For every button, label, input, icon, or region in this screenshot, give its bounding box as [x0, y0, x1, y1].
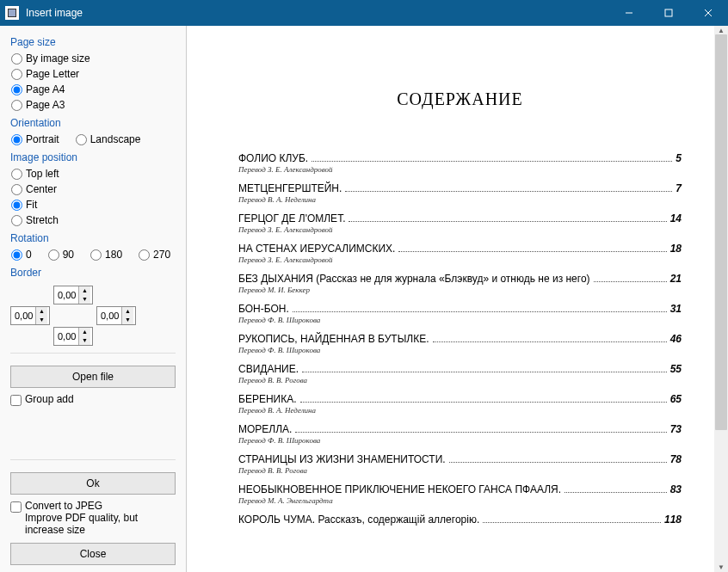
window-title: Insert image: [26, 7, 609, 19]
toc-entry: МОРЕЛЛА.73: [238, 423, 682, 435]
toc-page: 46: [670, 333, 682, 345]
toc-entry: ФОЛИО КЛУБ.5: [238, 152, 682, 164]
radio-rot-270[interactable]: 270: [138, 249, 170, 261]
toc-page: 83: [670, 483, 682, 495]
page-size-label: Page size: [10, 36, 176, 48]
toc-entry: ГЕРЦОГ ДЕ Л'ОМЛЕТ.14: [238, 212, 682, 224]
radio-center[interactable]: Center: [10, 183, 176, 195]
toc-page: 73: [670, 423, 682, 435]
toc-title: НА СТЕНАХ ИЕРУСАЛИМСКИХ.: [238, 243, 395, 255]
toc-title: МЕТЦЕНГЕРШТЕЙН.: [238, 182, 342, 194]
app-icon: [5, 6, 19, 20]
toc-page: 14: [670, 212, 682, 224]
toc-page: 55: [670, 363, 682, 375]
radio-page-a4[interactable]: Page A4: [10, 83, 176, 95]
toc-page: 21: [670, 273, 682, 285]
toc-page: 5: [676, 152, 682, 164]
spin-up-icon[interactable]: ▲: [36, 307, 47, 316]
toc-title: РУКОПИСЬ, НАЙДЕННАЯ В БУТЫЛКЕ.: [238, 333, 429, 345]
toc-translator: Перевод Ф. В. Широкова: [238, 436, 682, 445]
svg-rect-3: [665, 9, 672, 16]
toc-page: 118: [664, 514, 682, 526]
toc-entry: БЕРЕНИКА.65: [238, 393, 682, 405]
spin-down-icon[interactable]: ▼: [79, 336, 90, 345]
toc-title: БОН-БОН.: [238, 303, 289, 315]
radio-landscape[interactable]: Landscape: [75, 133, 141, 145]
radio-by-image-size[interactable]: By image size: [10, 52, 176, 65]
toc-entry: РУКОПИСЬ, НАЙДЕННАЯ В БУТЫЛКЕ.46: [238, 333, 682, 345]
divider: [10, 459, 176, 460]
close-button[interactable]: [688, 0, 728, 26]
toc-translator: Перевод Ф. В. Широкова: [238, 346, 682, 354]
toc-entry: МЕТЦЕНГЕРШТЕЙН.7: [238, 182, 682, 194]
toc-title: МОРЕЛЛА.: [238, 423, 292, 435]
maximize-button[interactable]: [649, 0, 688, 26]
border-bottom-input[interactable]: ▲▼: [53, 327, 93, 346]
divider: [10, 353, 176, 354]
toc-entry: НЕОБЫКНОВЕННОЕ ПРИКЛЮЧЕНИЕ НЕКОЕГО ГАНСА…: [238, 483, 682, 495]
close-dialog-button[interactable]: Close: [10, 543, 176, 565]
toc-entry: НА СТЕНАХ ИЕРУСАЛИМСКИХ.18: [238, 243, 682, 255]
border-left-input[interactable]: ▲▼: [10, 306, 50, 325]
radio-rot-90[interactable]: 90: [47, 249, 74, 261]
spin-down-icon[interactable]: ▼: [79, 295, 90, 304]
border-label: Border: [10, 267, 176, 279]
titlebar: Insert image: [0, 0, 728, 26]
toc-page: 65: [670, 393, 682, 405]
toc-title: КОРОЛЬ ЧУМА. Рассказъ, содержащiй аллего…: [238, 514, 479, 526]
svg-rect-1: [9, 9, 15, 16]
radio-fit[interactable]: Fit: [10, 199, 176, 211]
spin-up-icon[interactable]: ▲: [79, 328, 90, 336]
minimize-button[interactable]: [609, 0, 649, 26]
settings-panel: Page size By image size Page Letter Page…: [0, 26, 187, 572]
radio-page-a3[interactable]: Page A3: [10, 99, 176, 111]
toc-title: ГЕРЦОГ ДЕ Л'ОМЛЕТ.: [238, 212, 345, 224]
toc-translator: Перевод В. В. Рогова: [238, 376, 682, 384]
preview-panel: СОДЕРЖАНИЕ ФОЛИО КЛУБ.5Перевод З. Е. Але…: [187, 26, 728, 572]
border-right-input[interactable]: ▲▼: [96, 306, 136, 325]
toc-translator: Перевод З. Е. Александровой: [238, 165, 682, 174]
toc-title: СВИДАНИЕ.: [238, 363, 299, 375]
open-file-button[interactable]: Open file: [10, 366, 176, 388]
spin-up-icon[interactable]: ▲: [122, 307, 133, 316]
image-position-label: Image position: [10, 151, 176, 163]
convert-jpeg-checkbox[interactable]: Convert to JPEGImprove PDF quality, but …: [10, 500, 176, 536]
toc-translator: Перевод В. А. Неделина: [238, 195, 682, 204]
ok-button[interactable]: Ok: [10, 472, 176, 495]
scroll-thumb[interactable]: [715, 34, 727, 430]
table-of-contents: ФОЛИО КЛУБ.5Перевод З. Е. АлександровойМ…: [238, 152, 682, 526]
scroll-up-icon[interactable]: ▲: [714, 26, 728, 34]
radio-stretch[interactable]: Stretch: [10, 214, 176, 226]
radio-rot-180[interactable]: 180: [89, 249, 122, 261]
radio-top-left[interactable]: Top left: [10, 168, 176, 180]
toc-translator: Перевод М. А. Энгельгардта: [238, 496, 682, 505]
toc-title: БЕРЕНИКА.: [238, 393, 297, 405]
toc-page: 18: [670, 243, 682, 255]
spin-down-icon[interactable]: ▼: [36, 316, 47, 324]
toc-entry: СВИДАНИЕ.55: [238, 363, 682, 375]
scrollbar[interactable]: ▲ ▼: [714, 26, 728, 572]
border-top-input[interactable]: ▲▼: [53, 286, 93, 304]
toc-page: 78: [670, 453, 682, 465]
spin-down-icon[interactable]: ▼: [122, 316, 133, 324]
toc-entry: БЕЗ ДЫХАНИЯ (Рассказ не для журнала «Блэ…: [238, 273, 682, 285]
toc-title: ФОЛИО КЛУБ.: [238, 152, 308, 164]
toc-title: НЕОБЫКНОВЕННОЕ ПРИКЛЮЧЕНИЕ НЕКОЕГО ГАНСА…: [238, 483, 561, 495]
toc-entry: КОРОЛЬ ЧУМА. Рассказъ, содержащiй аллего…: [238, 514, 682, 526]
rotation-label: Rotation: [10, 232, 176, 244]
spin-up-icon[interactable]: ▲: [79, 286, 90, 295]
document-heading: СОДЕРЖАНИЕ: [238, 89, 682, 109]
toc-translator: Перевод З. Е. Александровой: [238, 225, 682, 234]
radio-page-letter[interactable]: Page Letter: [10, 68, 176, 80]
toc-translator: Перевод В. А. Неделина: [238, 406, 682, 415]
radio-rot-0[interactable]: 0: [10, 249, 32, 261]
orientation-label: Orientation: [10, 117, 176, 129]
scroll-down-icon[interactable]: ▼: [714, 563, 728, 571]
toc-translator: Перевод З. Е. Александровой: [238, 255, 682, 264]
group-add-checkbox[interactable]: Group add: [10, 393, 176, 406]
toc-translator: Перевод Ф. В. Широкова: [238, 316, 682, 324]
radio-portrait[interactable]: Portrait: [10, 133, 59, 145]
toc-entry: СТРАНИЦЫ ИЗ ЖИЗНИ ЗНАМЕНИТОСТИ.78: [238, 453, 682, 465]
toc-translator: Перевод М. И. Беккер: [238, 286, 682, 294]
document-page: СОДЕРЖАНИЕ ФОЛИО КЛУБ.5Перевод З. Е. Але…: [207, 38, 713, 571]
